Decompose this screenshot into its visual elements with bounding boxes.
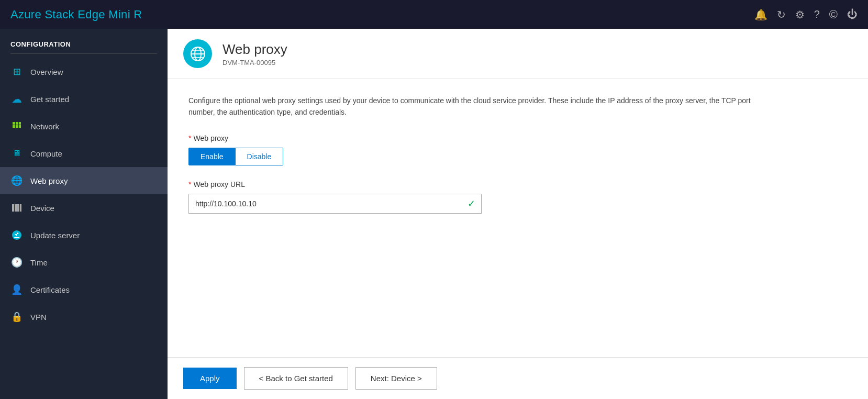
help-icon[interactable]: ? (814, 8, 820, 20)
svg-rect-9 (20, 204, 21, 212)
web-proxy-url-field-section: * Web proxy URL ✓ (188, 180, 847, 214)
sidebar-item-label: Overview (30, 68, 63, 76)
content-body: Configure the optional web proxy setting… (168, 79, 868, 357)
overview-icon: ⊞ (10, 65, 23, 78)
main-layout: CONFIGURATION ⊞ Overview ☁ Get started N… (0, 29, 868, 399)
sidebar-item-certificates[interactable]: 👤 Certificates (0, 276, 168, 303)
description-text: Configure the optional web proxy setting… (188, 95, 764, 118)
svg-rect-12 (14, 237, 19, 238)
svg-rect-7 (15, 204, 17, 212)
url-input-wrapper: ✓ (188, 194, 482, 214)
apply-button[interactable]: Apply (183, 368, 237, 389)
web-proxy-field-label: * Web proxy (188, 134, 847, 142)
enable-button[interactable]: Enable (188, 148, 236, 165)
compute-icon: 🖥 (10, 147, 23, 160)
gear-icon[interactable]: ⚙ (795, 8, 805, 21)
sidebar-divider (10, 53, 157, 54)
power-icon[interactable]: ⏻ (847, 8, 858, 20)
update-server-icon (10, 229, 23, 241)
sidebar-item-label: Network (30, 122, 59, 131)
sidebar-item-label: Update server (30, 231, 80, 240)
refresh-icon[interactable]: ↻ (777, 8, 786, 21)
sidebar-item-label: Web proxy (30, 176, 68, 185)
sidebar-section-label: CONFIGURATION (0, 29, 168, 53)
device-icon (10, 202, 23, 214)
sidebar-item-label: Get started (30, 95, 69, 104)
next-button[interactable]: Next: Device > (355, 367, 437, 390)
sidebar-item-label: Compute (30, 149, 62, 158)
bell-icon[interactable]: 🔔 (754, 8, 767, 21)
sidebar-item-label: Certificates (30, 285, 70, 294)
svg-rect-6 (12, 204, 14, 212)
sidebar: CONFIGURATION ⊞ Overview ☁ Get started N… (0, 29, 168, 399)
sidebar-item-device[interactable]: Device (0, 194, 168, 221)
back-button[interactable]: < Back to Get started (244, 367, 348, 390)
header-icons: 🔔 ↻ ⚙ ? © ⏻ (754, 8, 858, 21)
web-proxy-required-star: * (188, 134, 191, 142)
content-header: Web proxy DVM-TMA-00095 (168, 29, 868, 79)
network-icon (10, 120, 23, 132)
vpn-icon: 🔒 (10, 311, 23, 323)
web-proxy-field-section: * Web proxy Enable Disable (188, 134, 847, 165)
svg-rect-8 (17, 204, 19, 212)
sidebar-item-label: Time (30, 258, 48, 267)
time-icon: 🕐 (10, 256, 23, 269)
page-subtitle: DVM-TMA-00095 (222, 59, 287, 66)
certificates-icon: 👤 (10, 283, 23, 296)
web-proxy-toggle-group: Enable Disable (188, 148, 847, 165)
url-valid-icon: ✓ (468, 198, 475, 209)
sidebar-item-vpn[interactable]: 🔒 VPN (0, 303, 168, 330)
page-title: Web proxy (222, 41, 287, 58)
sidebar-item-overview[interactable]: ⊞ Overview (0, 58, 168, 85)
sidebar-item-network[interactable]: Network (0, 113, 168, 140)
sidebar-item-time[interactable]: 🕐 Time (0, 249, 168, 276)
content-area: Web proxy DVM-TMA-00095 Configure the op… (168, 29, 868, 399)
content-header-text: Web proxy DVM-TMA-00095 (222, 41, 287, 66)
sidebar-item-compute[interactable]: 🖥 Compute (0, 140, 168, 167)
sidebar-item-label: VPN (30, 313, 47, 322)
web-proxy-icon: 🌐 (10, 174, 23, 187)
url-input[interactable] (188, 194, 482, 214)
sidebar-item-get-started[interactable]: ☁ Get started (0, 85, 168, 113)
svg-rect-1 (16, 122, 18, 125)
disable-button[interactable]: Disable (236, 148, 284, 165)
svg-rect-0 (13, 122, 15, 125)
sidebar-item-label: Device (30, 204, 54, 213)
sidebar-item-web-proxy[interactable]: 🌐 Web proxy (0, 167, 168, 194)
web-proxy-url-field-label: * Web proxy URL (188, 180, 847, 189)
content-footer: Apply < Back to Get started Next: Device… (168, 357, 868, 399)
content-header-icon (183, 39, 212, 68)
svg-rect-2 (19, 122, 21, 125)
app-title: Azure Stack Edge Mini R (10, 8, 142, 21)
sidebar-item-update-server[interactable]: Update server (0, 221, 168, 249)
svg-rect-3 (13, 125, 15, 128)
copyright-icon[interactable]: © (829, 8, 838, 21)
get-started-icon: ☁ (10, 93, 23, 105)
svg-rect-4 (16, 125, 18, 128)
app-header: Azure Stack Edge Mini R 🔔 ↻ ⚙ ? © ⏻ (0, 0, 868, 29)
svg-rect-5 (19, 125, 21, 128)
web-proxy-url-required-star: * (188, 180, 191, 189)
